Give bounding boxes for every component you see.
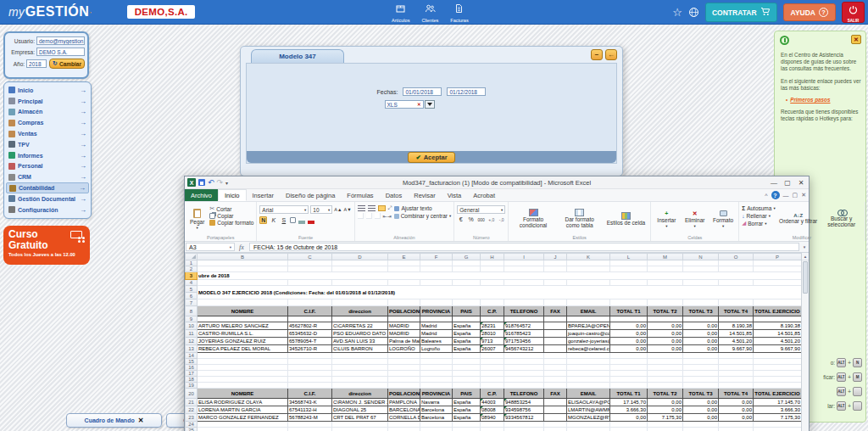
- sheet-cell[interactable]: [648, 428, 683, 431]
- sheet-cell[interactable]: [719, 353, 754, 359]
- sheet-cell[interactable]: [198, 359, 288, 365]
- sheet-cell[interactable]: [719, 266, 754, 272]
- sheet-cell[interactable]: [481, 383, 504, 389]
- table-header-cell[interactable]: direccion: [332, 306, 388, 316]
- row-header-12[interactable]: 12: [186, 338, 198, 345]
- sheet-cell[interactable]: [544, 365, 567, 371]
- row-header-23[interactable]: 23: [186, 414, 198, 422]
- sheet-cell[interactable]: [648, 280, 683, 286]
- row-header-3[interactable]: 3: [186, 272, 198, 280]
- column-header-B[interactable]: B: [198, 254, 288, 260]
- sheet-cell[interactable]: [754, 359, 802, 365]
- sheet-cell[interactable]: [332, 422, 388, 428]
- table-data-cell[interactable]: 0,00: [648, 399, 683, 406]
- sheet-cell[interactable]: [567, 280, 610, 286]
- ribbon-tab-f-rmulas[interactable]: Fórmulas: [341, 189, 379, 201]
- contratar-button[interactable]: CONTRATAR: [705, 3, 777, 22]
- table-data-cell[interactable]: 0,00: [719, 406, 754, 414]
- sheet-cell[interactable]: [420, 371, 453, 377]
- table-data-cell[interactable]: 9334567812: [504, 414, 544, 422]
- sheet-cell[interactable]: [288, 371, 332, 377]
- sheet-cell[interactable]: [719, 422, 754, 428]
- table-data-cell[interactable]: 44003: [481, 399, 504, 406]
- sheet-cell[interactable]: [648, 260, 683, 266]
- increase-decimal-button[interactable]: +,0: [487, 216, 495, 223]
- table-data-cell[interactable]: 08940: [481, 414, 504, 422]
- sheet-cell[interactable]: [388, 428, 420, 431]
- qat-dropdown-icon[interactable]: ▾: [225, 180, 228, 186]
- select-all-corner[interactable]: [186, 254, 198, 260]
- sheet-cell[interactable]: [453, 280, 481, 286]
- sheet-cell[interactable]: [481, 428, 504, 431]
- sheet-cell[interactable]: [754, 280, 802, 286]
- indent-icons[interactable]: ⇤⇥: [383, 213, 392, 219]
- sheet-cell[interactable]: MODELO 347 EJERCICIO 2018 (Condiciones: …: [198, 286, 802, 299]
- sheet-cell[interactable]: [288, 353, 332, 359]
- table-data-cell[interactable]: Madrid: [420, 330, 453, 338]
- sheet-cell[interactable]: [504, 428, 544, 431]
- table-data-cell[interactable]: 8.190,38: [754, 322, 802, 330]
- table-data-cell[interactable]: ARTURO MELERO SANCHEZ: [198, 322, 288, 330]
- sort-filter-button[interactable]: A↓Z Ordenar y filtrar: [778, 204, 819, 234]
- sidebar-item-configuraci-n[interactable]: Configuración→: [6, 204, 89, 216]
- sheet-cell[interactable]: [332, 359, 388, 365]
- table-data-cell[interactable]: C\LUIS BARRON: [332, 345, 388, 353]
- align-middle-icon[interactable]: [368, 205, 376, 211]
- paste-button[interactable]: Pegar ▾: [187, 204, 207, 234]
- sheet-cell[interactable]: [388, 383, 420, 389]
- sheet-cell[interactable]: [453, 359, 481, 365]
- back-button[interactable]: ←: [605, 49, 617, 60]
- table-data-cell[interactable]: Navarra: [420, 399, 453, 406]
- table-data-cell[interactable]: 7.175,30: [648, 414, 683, 422]
- table-data-cell[interactable]: [544, 338, 567, 345]
- column-header-C[interactable]: C: [288, 254, 332, 260]
- column-header-D[interactable]: D: [332, 254, 388, 260]
- bold-button[interactable]: N: [259, 216, 267, 224]
- table-data-cell[interactable]: 34526710-R: [288, 345, 332, 353]
- table-data-cell[interactable]: 26007: [481, 345, 504, 353]
- sheet-cell[interactable]: [288, 299, 332, 306]
- table-header-cell[interactable]: PAIS: [453, 306, 481, 316]
- sheet-cell[interactable]: [504, 365, 544, 371]
- sheet-cell[interactable]: [504, 260, 544, 266]
- fill-button[interactable]: ↓Rellenar▾: [742, 213, 775, 219]
- table-empty-cell[interactable]: [544, 316, 567, 322]
- decrease-decimal-button[interactable]: -,0: [498, 216, 505, 223]
- scrollbar-thumb[interactable]: [803, 261, 808, 294]
- table-data-cell[interactable]: 14.501,85: [719, 330, 754, 338]
- table-data-cell[interactable]: 0,00: [610, 414, 648, 422]
- table-data-cell[interactable]: MADRID: [388, 322, 420, 330]
- sheet-cell[interactable]: [481, 353, 504, 359]
- sheet-cell[interactable]: [388, 260, 420, 266]
- sheet-cell[interactable]: [504, 383, 544, 389]
- sheet-cell[interactable]: [332, 365, 388, 371]
- help-close-button[interactable]: ✕: [851, 35, 861, 44]
- format-painter-button[interactable]: Copiar formato: [209, 220, 253, 226]
- sheet-cell[interactable]: [648, 377, 683, 383]
- ribbon-tab-datos[interactable]: Datos: [380, 189, 409, 201]
- table-data-cell[interactable]: C\CARRETAS 22: [332, 322, 388, 330]
- table-header-cell[interactable]: POBLACION: [388, 306, 420, 316]
- sheet-cell[interactable]: [198, 365, 288, 371]
- sheet-cell[interactable]: [420, 280, 453, 286]
- sheet-cell[interactable]: [453, 371, 481, 377]
- table-data-cell[interactable]: 948853254: [504, 399, 544, 406]
- nav-facturas[interactable]: Facturas: [450, 2, 468, 23]
- table-data-cell[interactable]: 34568743-K: [288, 399, 332, 406]
- window-minimize-button[interactable]: —: [767, 176, 781, 188]
- sheet-cell[interactable]: [610, 377, 648, 383]
- row-header-25[interactable]: 25: [186, 428, 198, 431]
- sheet-cell[interactable]: [544, 359, 567, 365]
- row-header-24[interactable]: 24: [186, 422, 198, 428]
- sheet-cell[interactable]: [453, 428, 481, 431]
- sheet-cell[interactable]: [481, 280, 504, 286]
- ribbon-tab-insertar[interactable]: Insertar: [247, 189, 280, 201]
- table-empty-cell[interactable]: [288, 316, 332, 322]
- sheet-cell[interactable]: [648, 353, 683, 359]
- table-header-cell[interactable]: TELEFONO: [504, 389, 544, 399]
- sheet-cell[interactable]: [719, 299, 754, 306]
- table-data-cell[interactable]: España: [453, 399, 481, 406]
- ribbon-collapse-icon[interactable]: ^: [765, 193, 767, 199]
- clear-x-icon[interactable]: ✕: [417, 102, 421, 107]
- sidebar-item-crm[interactable]: CRM→: [6, 171, 89, 182]
